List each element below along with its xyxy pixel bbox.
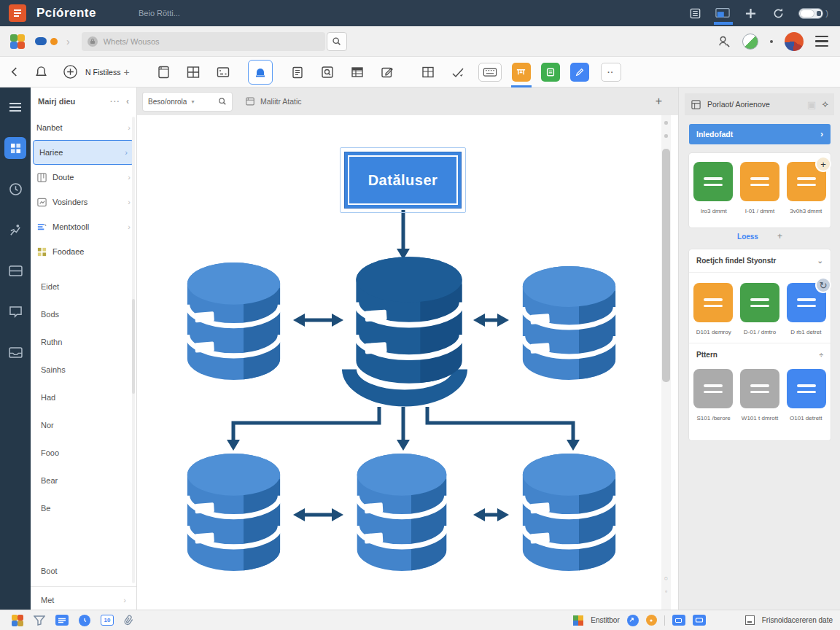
add-tab-button[interactable]: + [656,95,662,108]
document-icon[interactable] [688,7,702,20]
search-box-icon[interactable] [320,65,335,79]
attachment-icon[interactable] [124,615,133,626]
grid-four-icon[interactable] [186,65,201,79]
shape-tile[interactable] [740,283,779,322]
database-node[interactable]: Datăluser [344,152,462,209]
menu-icon[interactable] [815,36,828,47]
sidebar-item[interactable]: Ruthn [31,328,136,356]
shape-tile[interactable] [693,162,733,201]
tab-dots-icon[interactable] [35,37,58,45]
rail-activity-icon[interactable] [4,219,26,241]
section-header[interactable]: Roetjch findel Styonstr ⌄ [689,249,831,273]
database-icon-mid-right[interactable] [520,265,618,381]
scrollbar-thumb[interactable] [662,149,670,382]
connector-right-mid[interactable] [473,314,509,327]
sidebar-item[interactable]: Nanbet› [31,115,136,140]
bell-icon[interactable] [34,65,48,79]
diagram-canvas[interactable]: Datăluser ○ ▫ [137,115,678,610]
card-icon[interactable] [216,65,230,79]
rail-history-icon[interactable] [4,178,26,200]
rail-menu-icon[interactable] [4,96,26,118]
rail-rows-icon[interactable] [4,260,26,281]
sidebar-item[interactable]: Bods [31,300,136,328]
more-tools-button[interactable]: ·· [601,63,621,82]
sidebar-item[interactable]: Mentxtooll› [31,214,136,239]
sidebar-item[interactable]: Nor [31,411,136,439]
format-tool-active[interactable] [512,63,531,82]
connector-left-mid[interactable] [293,314,343,327]
rail-comment-icon[interactable] [4,300,26,322]
sidebar-item[interactable]: Fooo [31,439,136,467]
database-icon-bottom-left[interactable] [184,452,283,572]
database-icon-center[interactable] [353,255,465,385]
checkbox-icon[interactable] [745,615,755,625]
tabs-active-icon[interactable] [715,7,730,20]
rail-dashboard-icon[interactable] [4,137,26,159]
panel-blue-icon[interactable] [672,615,685,626]
version-circle-icon[interactable] [63,64,78,79]
filter-icon[interactable] [34,615,45,626]
shape-tile[interactable] [740,162,779,201]
sidebar-item[interactable]: Sainhs [31,356,136,384]
grid-colored-icon[interactable] [573,615,583,626]
canvas-scrollbar[interactable]: ○ ▫ [661,115,671,610]
avatar-status-icon[interactable] [742,34,758,50]
table-icon[interactable] [350,65,365,79]
sync-badge-icon[interactable]: ↻ [815,277,831,293]
rail-tray-icon[interactable] [4,341,26,363]
warn-orange-icon[interactable] [646,615,657,626]
sidebar-item-selected[interactable]: Hariee› [33,140,134,165]
fit-view-icon[interactable]: ▫ [661,588,671,595]
toggle-switch[interactable] [798,8,823,19]
sidebar-item[interactable]: Bear [31,467,136,494]
shape-tile[interactable] [693,283,733,322]
sidebar-item[interactable]: Boot [31,557,136,585]
connector-right-bottom[interactable] [473,508,509,521]
sidebar-item[interactable]: Vosinders› [31,190,136,214]
check-pen-icon[interactable] [451,65,465,79]
clipboard-icon[interactable] [290,65,305,79]
chevron-right-icon[interactable]: › [66,36,70,47]
database-icon-bottom-right[interactable] [520,452,618,572]
user-avatar[interactable] [785,32,804,51]
back-icon[interactable] [10,66,18,77]
share-blue-icon[interactable] [627,615,639,626]
layout-tool-icon[interactable] [541,63,560,82]
section-header[interactable]: Pttern ÷ [689,343,831,366]
add-link-icon[interactable]: + [777,231,782,241]
zoom-reset-icon[interactable]: ○ [661,575,671,582]
database-icon-mid-left[interactable] [184,261,283,381]
pin-icon[interactable]: ▣ [807,99,816,110]
shape-tile[interactable] [787,369,826,408]
plus-icon[interactable] [743,7,758,20]
panel-banner-button[interactable]: Inledofadt › [689,124,831,144]
more-link[interactable]: Loess [737,233,758,241]
database-icon-bottom-center[interactable] [354,452,449,572]
connector-node-to-db[interactable] [397,210,410,260]
search-button[interactable] [327,32,347,51]
list-blue-icon[interactable] [55,615,69,626]
collapse-icon[interactable]: ‹ [126,96,129,106]
sidebar-item[interactable]: Be [31,494,136,522]
refresh-icon[interactable] [771,7,785,20]
apps-colored-icon[interactable] [12,615,23,626]
sidebar-item[interactable]: Had [31,384,136,411]
home-colored-icon[interactable] [10,34,25,49]
notebook-icon[interactable] [156,65,171,79]
clock-blue-icon[interactable] [79,615,90,626]
add-page-icon[interactable]: + [123,66,129,78]
sidebar-item[interactable]: Doute› [31,165,136,190]
monitor-blue-icon[interactable] [693,615,706,626]
more-dots-icon[interactable]: ··· [110,97,120,106]
address-search-input[interactable]: Whets/ Wousos [82,32,325,51]
sidebar-item[interactable]: Foodaee [31,239,136,264]
user-search-icon[interactable] [717,34,731,48]
shape-tool-selected[interactable] [248,60,273,85]
connector-left-bottom[interactable] [293,508,343,521]
app-logo-icon[interactable] [9,4,26,22]
panel-plus-icon[interactable]: ⟡ [822,98,828,110]
keyboard-icon[interactable] [478,63,502,82]
canvas-tab[interactable]: Maliitr Atatic [245,96,302,106]
columns-icon[interactable] [421,65,435,79]
shape-tile[interactable] [693,369,733,408]
